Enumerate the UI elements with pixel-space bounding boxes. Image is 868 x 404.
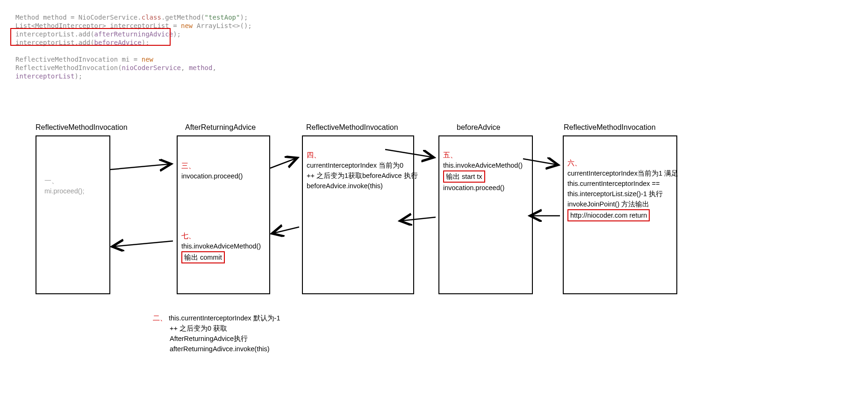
step-2-line3: AfterReturningAdvice执行 <box>170 335 248 342</box>
box3-title: ReflectiveMethodInvocation <box>306 123 398 132</box>
step-1-num: 一、 <box>44 177 58 184</box>
svg-line-5 <box>400 217 436 221</box>
step-6-line2: this.currentInterceptorIndex == <box>567 180 660 187</box>
svg-line-7 <box>112 241 173 247</box>
step-5-num: 五、 <box>443 151 457 159</box>
step-6-line1: currentInterceptorIndex当前为1 满足 <box>567 170 678 177</box>
box5-content: 六、 currentInterceptorIndex当前为1 满足 this.c… <box>567 158 678 221</box>
step-6-line3: this.interceptorList.size()-1 执行 <box>567 190 663 198</box>
step-6-output: http://niocoder.com return <box>567 209 650 221</box>
arrow-3-to-4 <box>385 147 438 166</box>
step-7-line1: this.invokeAdviceMethod() <box>181 242 261 250</box>
box2 <box>177 135 270 294</box>
step-5-output: 输出 start tx <box>443 170 485 183</box>
arrow-5-to-4 <box>527 210 563 224</box>
step-7-output: 输出 commit <box>181 251 225 263</box>
svg-line-0 <box>110 164 171 170</box>
box1-content: 一、 mi.proceed(); <box>44 176 84 196</box>
footnote-step2: 二、 this.currentInterceptorIndex 默认为-1 ++… <box>153 313 280 354</box>
box1 <box>36 135 110 294</box>
step-2-num: 二、 <box>153 314 167 322</box>
step-6-line4: invokeJoinPoint() 方法输出 <box>567 200 649 208</box>
arrow-2-to-1 <box>110 238 177 252</box>
step-2-line1: this.currentInterceptorIndex 默认为-1 <box>169 314 280 322</box>
box2-content-lower: 七、 this.invokeAdviceMethod() 输出 commit <box>181 231 261 263</box>
arrow-4-to-3 <box>397 213 438 227</box>
step-3-num: 三、 <box>181 162 195 170</box>
step-1-line: mi.proceed(); <box>44 187 84 195</box>
step-5-line1: this.invokeAdviceMethod() <box>443 162 523 169</box>
arrow-2-to-3 <box>270 154 302 173</box>
box2-title: AfterReturningAdvice <box>185 123 256 132</box>
box1-title: ReflectiveMethodInvocation <box>36 123 128 132</box>
box4-title: beforeAdvice <box>457 123 500 132</box>
arrow-4-to-5 <box>523 156 563 170</box>
box5-title: ReflectiveMethodInvocation <box>564 123 656 132</box>
svg-line-2 <box>385 149 434 157</box>
step-3-line: invocation.proceed() <box>181 172 243 180</box>
arrow-1-to-2 <box>110 161 177 175</box>
svg-line-1 <box>270 158 297 168</box>
step-4-num: 四、 <box>307 151 321 159</box>
step-2-line2: ++ 之后变为0 获取 <box>170 325 227 332</box>
step-5-line2: invocation.proceed() <box>443 184 504 191</box>
step-6-num: 六、 <box>567 159 581 167</box>
step-4-line2: ++ 之后变为1获取beforeAdivce 执行 <box>307 172 418 179</box>
step-4-line3: beforeAdvice.invoke(this) <box>307 182 383 190</box>
step-2-line4: afterReturningAdivce.invoke(this) <box>170 345 270 353</box>
arrow-3-to-2 <box>270 224 302 238</box>
svg-line-6 <box>272 227 299 234</box>
box4-content: 五、 this.invokeAdviceMethod() 输出 start tx… <box>443 150 523 193</box>
box2-content-upper: 三、 invocation.proceed() <box>181 161 243 181</box>
step-7-num: 七、 <box>181 232 195 240</box>
svg-line-3 <box>523 159 558 165</box>
diagram: ReflectiveMethodInvocation 一、 mi.proceed… <box>0 0 868 404</box>
